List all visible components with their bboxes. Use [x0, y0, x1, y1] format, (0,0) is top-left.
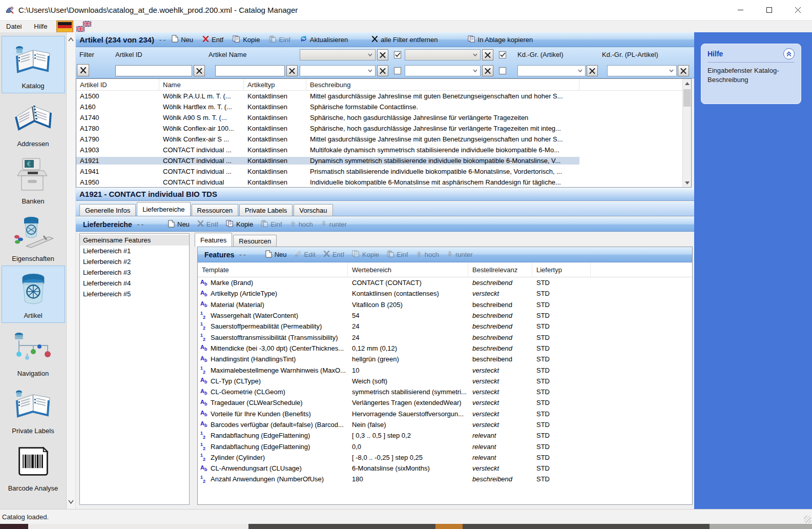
- filter-3-enabled-checkbox[interactable]: [394, 51, 401, 58]
- clear-filter-3-button[interactable]: [377, 65, 388, 76]
- clear-artikel-name-filter-button[interactable]: [286, 65, 298, 76]
- column-liefertyp[interactable]: Liefertyp: [532, 262, 591, 277]
- sidebar-item-katalog[interactable]: Katalog: [2, 36, 65, 93]
- tab-resourcen[interactable]: Resourcen: [233, 235, 277, 247]
- feature-row[interactable]: AbCL-Anwendungsart (CLUsage)6-Monatslins…: [198, 463, 692, 474]
- lieferbereich-item-gemeinsame-features[interactable]: Gemeinsame Features: [80, 235, 189, 246]
- collapse-help-button[interactable]: [783, 48, 795, 59]
- lieferbereich-item-lieferbereich-5[interactable]: Lieferbereich #5: [80, 289, 189, 299]
- sidebar-item-private-labels[interactable]: Private Labels: [2, 380, 65, 438]
- clear-filter-3-header-button[interactable]: [377, 49, 388, 60]
- lieferbereich-item-lieferbereich-3[interactable]: Lieferbereich #3: [80, 267, 189, 278]
- column-beschreibung[interactable]: Beschreibung: [306, 79, 579, 90]
- feature-row[interactable]: 12Anzahl Anwendungen (NumberOfUse)180bes…: [198, 474, 692, 484]
- feature-row[interactable]: 12Wassergehalt (WaterContent)54beschreib…: [198, 310, 692, 321]
- feature-row[interactable]: 12Zylinder (Cylinder)[ -8,0 .. -0,25 ] s…: [198, 452, 692, 463]
- article-row-a1921[interactable]: A1921CONTACT individual ...Kontaktlinsen…: [76, 155, 691, 166]
- filter-dropdown-4[interactable]: [405, 65, 481, 76]
- filter-dropdown-3[interactable]: [300, 65, 376, 76]
- feature-row[interactable]: 12Sauerstoffpermeabilität (Permeability)…: [198, 321, 692, 332]
- neu-button[interactable]: Neu: [172, 35, 193, 44]
- feature-row[interactable]: AbBarcodes verfügbar (default=false) (Ba…: [198, 419, 692, 430]
- artikel-id-filter-input[interactable]: [115, 65, 192, 76]
- entf-button[interactable]: Entf: [202, 36, 223, 44]
- aktualisieren-button[interactable]: Aktualisieren: [300, 35, 348, 44]
- feature-row[interactable]: AbCL-Geometrie (CLGeom)symmetrisch stabi…: [198, 386, 692, 397]
- in-ablage-kopieren-button[interactable]: In Ablage kopieren: [468, 35, 533, 44]
- menu-hilfe[interactable]: Hilfe: [28, 21, 53, 32]
- filter-4-row-checkbox[interactable]: [499, 67, 506, 74]
- feature-row[interactable]: AbVorteile für Ihre Kunden (Benefits)Her…: [198, 409, 692, 419]
- neu-button[interactable]: Neu: [265, 250, 287, 259]
- column-name[interactable]: Name: [159, 79, 244, 90]
- article-row-a1941[interactable]: A1941CONTACT individual ...Kontaktlinsen…: [76, 166, 691, 177]
- article-row-a160[interactable]: A160Wöhlk Hartflex m. T. (...Kontaktlins…: [76, 101, 691, 112]
- column-bestellrelevanz[interactable]: Bestellrelevanz: [468, 262, 532, 277]
- column-artikeltyp[interactable]: Artikeltyp: [244, 79, 306, 90]
- alle-filter-entfernen-button[interactable]: alle Filter entfernen: [371, 36, 438, 44]
- lieferbereich-item-lieferbereich-1[interactable]: Lieferbereich #1: [80, 246, 189, 256]
- lieferbereich-item-lieferbereich-2[interactable]: Lieferbereich #2: [80, 256, 189, 267]
- kopie-button[interactable]: Kopie: [233, 35, 260, 44]
- close-button[interactable]: [783, 0, 812, 20]
- sidebar-item-addressen[interactable]: Addressen: [2, 93, 65, 151]
- article-row-a1790[interactable]: A1790Wöhlk Conflex-air S ...Kontaktlinse…: [76, 134, 691, 145]
- feature-row[interactable]: AbArtikeltyp (ArticleType)Kontaktlinsen …: [198, 288, 692, 299]
- column-wertebereich[interactable]: Wertebereich: [348, 262, 468, 277]
- clear-all-row-filters-button[interactable]: [77, 64, 89, 76]
- scroll-thumb[interactable]: [683, 89, 691, 107]
- clear-filter-4-button[interactable]: [482, 65, 493, 76]
- uk-flags-icon[interactable]: [76, 21, 92, 32]
- feature-row[interactable]: AbMaterial (Material)Vitafilcon B (205)b…: [198, 299, 692, 310]
- lieferbereich-item-lieferbereich-4[interactable]: Lieferbereich #4: [80, 278, 189, 289]
- neu-button[interactable]: Neu: [168, 220, 190, 229]
- article-row-a1740[interactable]: A1740Wöhlk A90 S m. T. (...Kontaktlinsen…: [76, 112, 691, 123]
- sidebar-item-navigation[interactable]: Navigation: [2, 323, 65, 380]
- sidebar-scrollbar[interactable]: [67, 32, 76, 509]
- feature-row[interactable]: 12Maximalebestellmenge Warnhinweis (MaxO…: [198, 364, 692, 375]
- tab-lieferbereiche[interactable]: Lieferbereiche: [137, 202, 190, 216]
- artikel-name-filter-input[interactable]: [215, 65, 285, 76]
- sidebar-item-banken[interactable]: €Banken: [2, 151, 65, 208]
- kopie-button[interactable]: Kopie: [226, 220, 253, 229]
- sidebar-scroll-up-icon[interactable]: [68, 35, 74, 43]
- scroll-up-button[interactable]: [683, 79, 691, 88]
- maximize-button[interactable]: [755, 0, 783, 20]
- column-template[interactable]: Template: [198, 262, 348, 277]
- feature-row[interactable]: AbHandlingstint (HandlingsTint)hellgrün …: [198, 354, 692, 364]
- article-row-a1500[interactable]: A1500Wöhlk P.A.U.L m. T. (...Kontaktlins…: [76, 91, 691, 101]
- clear-kd-gr-artikel-button[interactable]: [587, 65, 598, 76]
- feature-row[interactable]: AbMittendicke (bei -3,00 dpt) (CenterThi…: [198, 343, 692, 354]
- menu-datei[interactable]: Datei: [0, 21, 28, 32]
- clear-kd-gr-pl-artikel-button[interactable]: [678, 65, 689, 76]
- tab-private-labels[interactable]: Private Labels: [239, 204, 293, 216]
- column-artikel-id[interactable]: Artikel ID: [76, 79, 159, 90]
- german-flag-icon[interactable]: [56, 21, 73, 33]
- filter-3-row-checkbox[interactable]: [394, 67, 401, 74]
- feature-row[interactable]: AbTragedauer (CLWearSchedule)Verlängerte…: [198, 397, 692, 408]
- feature-row[interactable]: 12Randabflachung (EdgeFlattening)[ 0,3 .…: [198, 430, 692, 441]
- kd-gr-pl-artikel-dropdown[interactable]: [607, 65, 677, 76]
- sidebar-scroll-down-icon[interactable]: [68, 498, 74, 505]
- resize-grip[interactable]: [804, 516, 811, 523]
- article-table-scrollbar[interactable]: [682, 79, 691, 187]
- feature-row[interactable]: AbCL-Typ (CLType)Weich (soft)verstecktST…: [198, 376, 692, 386]
- article-row-a1780[interactable]: A1780Wöhlk Conflex-air 100...Kontaktlins…: [76, 123, 691, 134]
- clear-artikel-id-filter-button[interactable]: [194, 65, 205, 76]
- filter-4-enabled-checkbox[interactable]: [499, 51, 506, 58]
- tab-ressourcen[interactable]: Ressourcen: [192, 204, 238, 216]
- clear-filter-4-header-button[interactable]: [482, 49, 493, 60]
- tab-generelle-infos[interactable]: Generelle Infos: [79, 204, 136, 216]
- sidebar-item-barcode-analyse[interactable]: Barcode Analyse: [2, 438, 65, 495]
- feature-row[interactable]: 12Randabflachung (EdgeFlattening)0,0rele…: [198, 441, 692, 452]
- sidebar-item-eigenschaften[interactable]: Eigenschaften: [2, 208, 65, 266]
- feature-row[interactable]: 12Sauerstofftransmissibilität (Transmiss…: [198, 332, 692, 342]
- article-row-a1950[interactable]: A1950CONTACT individualKontaktlinsenIndi…: [76, 177, 691, 188]
- tab-features[interactable]: Features: [195, 233, 232, 247]
- feature-row[interactable]: AbMarke (Brand)CONTACT (CONTACT)beschrei…: [198, 277, 692, 288]
- kd-gr-artikel-dropdown[interactable]: [517, 65, 586, 76]
- tab-vorschau[interactable]: Vorschau: [294, 204, 332, 216]
- scroll-down-button[interactable]: [683, 178, 691, 187]
- article-row-a1903[interactable]: A1903CONTACT individual ...Kontaktlinsen…: [76, 145, 691, 155]
- sidebar-item-artikel[interactable]: Artikel: [2, 266, 65, 323]
